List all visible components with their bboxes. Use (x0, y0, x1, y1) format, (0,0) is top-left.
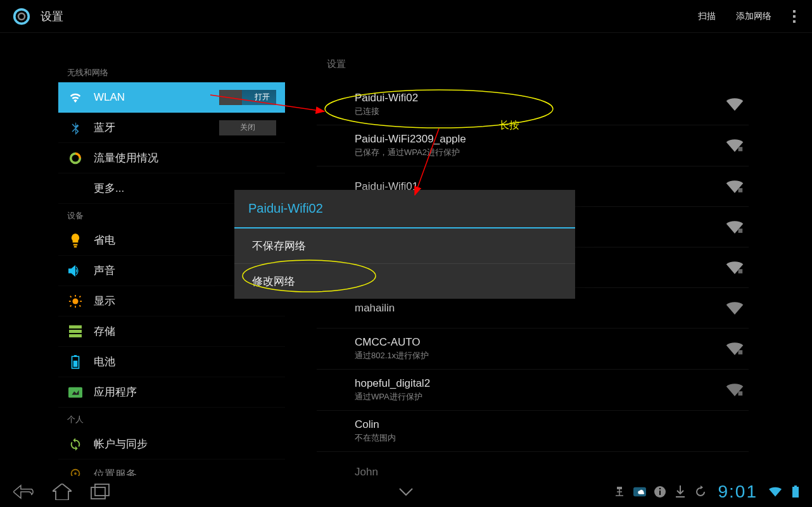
wlan-label: WLAN (94, 91, 219, 104)
add-network-button[interactable]: 添加网络 (726, 0, 782, 33)
wifi-ssid: Paidui-Wifi02 (355, 92, 726, 104)
more-icon (67, 180, 84, 197)
bluetooth-switch[interactable]: 关闭 (219, 120, 276, 135)
back-button[interactable] (5, 477, 43, 507)
svg-rect-16 (73, 360, 78, 366)
scan-button[interactable]: 扫描 (688, 0, 726, 33)
sidebar-item-data-usage[interactable]: 流量使用情况 (58, 143, 285, 173)
svg-marker-34 (701, 485, 703, 489)
wifi-network-row[interactable]: Paidui-Wifi02 已连接 (317, 84, 749, 125)
bluetooth-icon (67, 120, 84, 136)
system-nav-bar: 9:01 (0, 477, 812, 507)
brightness-icon (67, 293, 84, 310)
battery-icon (67, 354, 84, 370)
sidebar-item-location[interactable]: 位置服务 (58, 460, 285, 476)
usb-debug-icon[interactable] (613, 485, 626, 498)
location-label: 位置服务 (94, 467, 276, 476)
svg-rect-23 (739, 228, 743, 233)
forget-network-button[interactable]: 不保存网络 (234, 228, 575, 264)
wifi-ssid: CMCC-AUTO (355, 336, 726, 349)
wifi-network-row[interactable]: hopeful_digital2 通过WPA进行保护 (317, 370, 749, 411)
wifi-icon (67, 89, 84, 106)
wifi-context-menu: Paidui-Wifi02 不保存网络 修改网络 (234, 190, 575, 299)
data-usage-label: 流量使用情况 (94, 151, 276, 165)
svg-rect-29 (617, 487, 622, 489)
svg-point-1 (18, 13, 25, 20)
storage-icon (67, 323, 84, 340)
wifi-status: 已连接 (355, 106, 726, 117)
sidebar-item-storage[interactable]: 存储 (58, 316, 285, 347)
status-battery-icon (789, 485, 802, 498)
wifi-signal-icon (726, 302, 744, 315)
wifi-status: 通过WPA进行保护 (355, 391, 726, 403)
svg-rect-11 (69, 325, 82, 329)
home-button[interactable] (43, 477, 81, 507)
wifi-signal-icon (726, 98, 744, 111)
svg-line-9 (70, 305, 72, 306)
expand-button[interactable] (387, 477, 425, 507)
sidebar-item-accounts-sync[interactable]: 帐户与同步 (58, 429, 285, 460)
wlan-switch[interactable]: 打开 (219, 90, 276, 105)
wifi-signal-lock-icon (726, 221, 744, 234)
svg-rect-27 (91, 487, 105, 499)
wifi-status: 不在范围内 (355, 432, 744, 444)
action-bar: 设置 扫描 添加网络 (0, 0, 812, 33)
svg-rect-26 (739, 391, 743, 396)
storage-label: 存储 (94, 324, 276, 339)
svg-rect-28 (95, 484, 109, 496)
content-header: 设置 (327, 58, 749, 70)
speaker-icon (67, 263, 84, 279)
svg-rect-24 (739, 269, 743, 273)
wifi-signal-lock-icon (726, 139, 744, 152)
wifi-ssid: Colin (355, 418, 744, 431)
svg-rect-21 (739, 147, 743, 151)
status-wifi-icon (769, 485, 782, 498)
battery-label: 电池 (94, 354, 276, 369)
recents-button[interactable] (81, 477, 119, 507)
svg-point-33 (659, 488, 661, 490)
apps-label: 应用程序 (94, 385, 276, 399)
sync-icon (67, 436, 84, 453)
wifi-status: 通过802.1x进行保护 (355, 350, 726, 361)
section-header-wireless: 无线和网络 (67, 67, 285, 78)
wifi-signal-lock-icon (726, 261, 744, 274)
bulb-icon (67, 232, 84, 249)
svg-rect-13 (69, 334, 82, 337)
download-icon[interactable] (674, 485, 687, 498)
sidebar-item-apps[interactable]: 应用程序 (58, 377, 285, 408)
wifi-network-row[interactable]: Colin 不在范围内 (317, 411, 749, 452)
svg-line-8 (79, 296, 80, 297)
svg-point-20 (74, 472, 77, 475)
svg-point-2 (72, 298, 78, 304)
wifi-status: 已保存，通过WPA2进行保护 (355, 147, 726, 158)
wifi-network-row[interactable]: CMCC-AUTO 通过802.1x进行保护 (317, 329, 749, 370)
sidebar-item-bluetooth[interactable]: 蓝牙 关闭 (58, 113, 285, 143)
wifi-ssid: mahailin (355, 302, 726, 315)
svg-rect-25 (739, 350, 743, 354)
svg-point-0 (15, 9, 29, 23)
wifi-signal-lock-icon (726, 180, 744, 193)
location-icon (67, 466, 84, 477)
apps-icon (67, 384, 84, 401)
section-header-personal: 个人 (67, 414, 285, 425)
info-icon[interactable] (654, 485, 666, 498)
svg-line-7 (70, 296, 72, 297)
settings-app-icon[interactable] (10, 5, 33, 28)
wifi-signal-lock-icon (726, 342, 744, 355)
svg-rect-12 (69, 330, 82, 333)
page-title: 设置 (41, 9, 63, 24)
svg-rect-22 (739, 188, 743, 192)
svg-rect-35 (794, 485, 797, 487)
status-clock[interactable]: 9:01 (718, 482, 758, 502)
sidebar-item-battery[interactable]: 电池 (58, 347, 285, 377)
refresh-icon[interactable] (694, 485, 707, 498)
modal-title: Paidui-Wifi02 (234, 190, 575, 228)
wifi-ssid: hopeful_digital2 (355, 377, 726, 390)
overflow-menu-button[interactable] (782, 0, 807, 33)
wifi-network-row[interactable]: Paidui-WiFi2309_apple 已保存，通过WPA2进行保护 (317, 125, 749, 166)
bluetooth-label: 蓝牙 (94, 120, 219, 135)
cloud-icon[interactable] (633, 485, 646, 498)
data-usage-icon (67, 150, 84, 166)
sidebar-item-wlan[interactable]: WLAN 打开 (58, 82, 285, 113)
modify-network-button[interactable]: 修改网络 (234, 264, 575, 299)
